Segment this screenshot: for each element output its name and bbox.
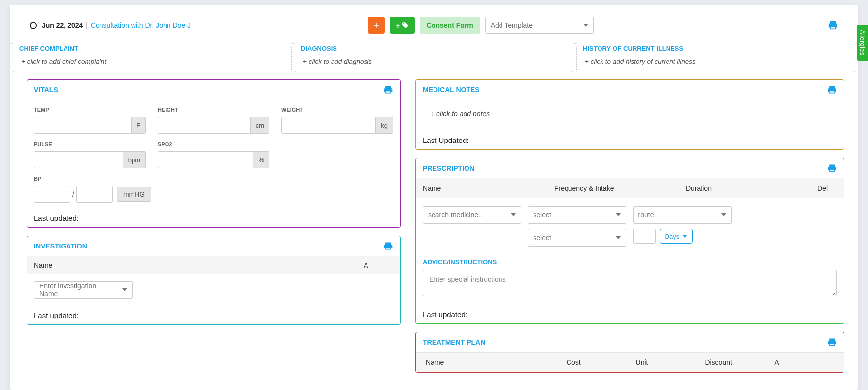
medical-notes-hint[interactable]: + click to add notes — [416, 100, 844, 131]
investigation-col-name: Name — [34, 261, 364, 269]
intake-placeholder: select — [533, 234, 551, 242]
prescription-title: PRESCRIPTION — [423, 164, 474, 172]
template-select[interactable]: Add Template — [485, 17, 594, 34]
plus-icon — [374, 22, 379, 29]
days-label: Days — [665, 233, 680, 240]
spo2-input[interactable] — [158, 151, 253, 168]
prescription-panel: PRESCRIPTION Name Frequency & Intake Dur… — [415, 158, 844, 324]
advice-label: ADVICE/INSTRUCTIONS — [416, 254, 844, 270]
rx-col-freq: Frequency & Intake — [554, 184, 686, 192]
temp-label: TEMP — [34, 107, 146, 113]
duration-input[interactable] — [633, 229, 656, 244]
header-bar: Jun 22, 2024 | Consultation with Dr. Joh… — [10, 5, 858, 44]
route-placeholder: route — [638, 211, 654, 219]
template-select-placeholder: Add Template — [491, 21, 533, 29]
medicine-select[interactable]: search medicine.. — [423, 206, 521, 224]
medicine-placeholder: search medicine.. — [428, 211, 482, 219]
consent-form-button[interactable]: Consent Form — [420, 17, 480, 34]
tp-col-discount: Discount — [705, 358, 765, 366]
investigation-col-a: A — [364, 261, 393, 269]
investigation-placeholder: Enter investigation Name — [39, 282, 114, 298]
days-dropdown[interactable]: Days — [660, 229, 693, 244]
frequency-select[interactable]: select — [528, 206, 626, 224]
vitals-panel: VITALS TEMP F HEIGHT — [27, 79, 401, 228]
record-status-icon — [30, 22, 37, 29]
medical-notes-title: MEDICAL NOTES — [423, 86, 480, 94]
investigation-table-header: Name A — [27, 256, 400, 274]
allergies-tab[interactable]: Allergies — [857, 25, 868, 61]
chief-complaint-title: CHIEF COMPLAINT — [13, 41, 291, 55]
chevron-down-icon — [682, 235, 687, 238]
spo2-unit: % — [253, 151, 269, 168]
pulse-label: PULSE — [34, 142, 146, 147]
route-select[interactable]: route — [633, 206, 732, 224]
diagnosis-title: DIAGNOSIS — [295, 41, 573, 55]
investigation-name-select[interactable]: Enter investigation Name — [34, 281, 133, 299]
history-hint: + click to add history of current illnes… — [577, 58, 855, 65]
prescription-last-updated: Last updated: — [416, 305, 844, 323]
rx-col-duration: Duration — [686, 184, 817, 192]
diagnosis-box[interactable]: DIAGNOSIS + click to add diagnosis — [295, 46, 573, 72]
bp-systolic-input[interactable] — [34, 186, 70, 203]
chevron-down-icon — [511, 213, 516, 216]
add-record-button[interactable] — [368, 17, 385, 34]
treatment-table-header: Name Cost Unit Discount A — [416, 353, 844, 372]
tp-col-name: Name — [426, 358, 557, 366]
print-icon[interactable] — [383, 241, 393, 251]
treatment-plan-panel: TREATMENT PLAN Name Cost Unit Discount A — [415, 332, 844, 373]
bp-diastolic-input[interactable] — [76, 186, 113, 203]
plus-icon: + — [396, 21, 400, 30]
chevron-down-icon — [616, 213, 621, 216]
spo2-label: SPO2 — [158, 142, 269, 147]
consultation-link[interactable]: Consultation with Dr. John Doe J — [91, 21, 191, 29]
tp-col-a: A — [774, 358, 834, 366]
bp-slash: / — [72, 190, 74, 198]
chief-complaint-box[interactable]: CHIEF COMPLAINT + click to add chief com… — [13, 46, 292, 72]
bp-label: BP — [34, 176, 151, 182]
investigation-last-updated: Last updated: — [27, 306, 400, 324]
vitals-last-updated: Last updated: — [27, 209, 400, 227]
rx-col-del: Del — [817, 184, 837, 192]
rx-col-name: Name — [423, 184, 554, 192]
print-icon[interactable] — [828, 20, 838, 31]
height-label: HEIGHT — [158, 107, 269, 113]
medical-notes-panel: MEDICAL NOTES + click to add notes Last … — [415, 79, 844, 150]
divider: | — [86, 21, 88, 29]
pulse-unit: bpm — [123, 151, 146, 168]
height-input[interactable] — [158, 117, 251, 134]
intake-select[interactable]: select — [528, 229, 626, 247]
investigation-panel: INVESTIGATION Name A Enter investigation… — [27, 236, 401, 325]
prescription-row: search medicine.. select select — [416, 198, 844, 254]
history-title: HISTORY OF CURRENT ILLNESS — [577, 41, 855, 55]
pulse-input[interactable] — [34, 151, 123, 168]
treatment-title: TREATMENT PLAN — [423, 338, 485, 346]
frequency-placeholder: select — [533, 211, 551, 219]
weight-unit: kg — [376, 117, 393, 134]
weight-input[interactable] — [281, 117, 376, 134]
print-icon[interactable] — [827, 85, 837, 95]
diagnosis-hint: + click to add diagnosis — [295, 58, 573, 65]
print-icon[interactable] — [827, 337, 837, 347]
chevron-down-icon — [122, 288, 127, 291]
add-tag-button[interactable]: + — [390, 17, 415, 34]
chevron-down-icon — [721, 213, 726, 216]
print-icon[interactable] — [383, 85, 393, 95]
complaint-row: CHIEF COMPLAINT + click to add chief com… — [10, 46, 858, 72]
investigation-title: INVESTIGATION — [34, 242, 87, 250]
height-unit: cm — [251, 117, 269, 134]
weight-label: WEIGHT — [281, 107, 393, 113]
chevron-down-icon — [583, 24, 588, 27]
prescription-table-header: Name Frequency & Intake Duration Del — [416, 178, 844, 198]
chief-complaint-hint: + click to add chief complaint — [13, 58, 291, 65]
tag-icon — [402, 22, 409, 29]
temp-unit: F — [132, 117, 146, 134]
bp-unit: mmHG — [117, 187, 151, 202]
advice-textarea[interactable] — [423, 270, 837, 296]
vitals-title: VITALS — [34, 86, 58, 94]
temp-input[interactable] — [34, 117, 132, 134]
tp-col-unit: Unit — [636, 358, 696, 366]
history-box[interactable]: HISTORY OF CURRENT ILLNESS + click to ad… — [576, 46, 855, 72]
print-icon[interactable] — [827, 163, 837, 173]
medical-notes-last-updated: Last Updated: — [416, 131, 844, 149]
consultation-date: Jun 22, 2024 — [42, 21, 83, 29]
